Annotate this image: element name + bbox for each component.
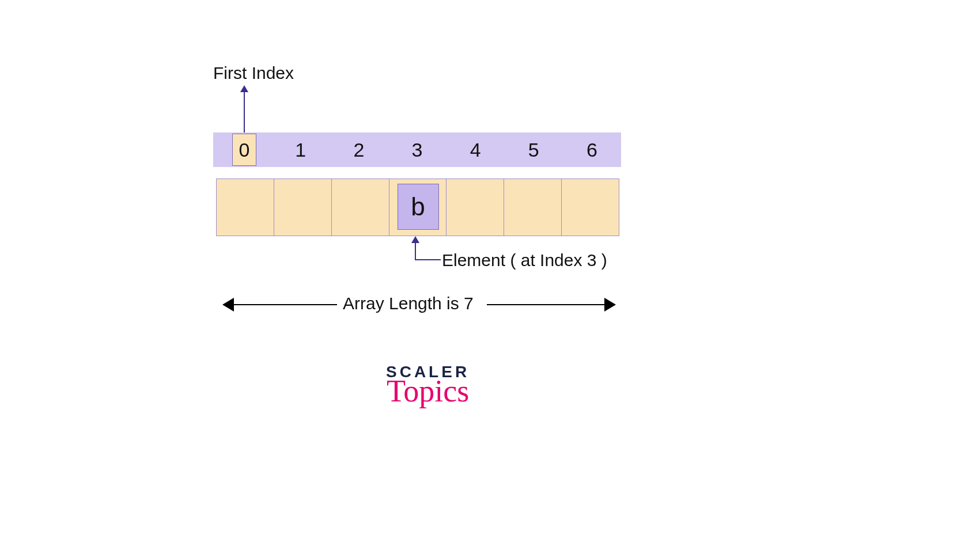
length-arrow-right xyxy=(487,304,614,305)
element-label: Element ( at Index 3 ) xyxy=(442,251,607,270)
element-arrow-vertical xyxy=(415,237,416,260)
index-cell-4: 4 xyxy=(447,139,505,161)
index-cell-6: 6 xyxy=(563,139,621,161)
index-0-highlight: 0 xyxy=(232,134,256,166)
index-cell-5: 5 xyxy=(505,139,563,161)
index-row: 0 1 2 3 4 5 6 xyxy=(213,132,621,167)
array-cell-1 xyxy=(274,179,332,236)
index-cell-3: 3 xyxy=(388,139,446,161)
length-arrow-left xyxy=(225,304,337,305)
array-cell-5 xyxy=(504,179,562,236)
array-cell-2 xyxy=(332,179,389,236)
index-cell-2: 2 xyxy=(330,139,388,161)
array-cell-4 xyxy=(447,179,504,236)
element-box: b xyxy=(398,184,439,230)
first-index-arrow xyxy=(244,86,245,134)
first-index-label: First Index xyxy=(213,63,294,83)
index-cell-1: 1 xyxy=(271,139,330,161)
element-arrow-horizontal xyxy=(415,259,441,260)
scaler-topics-logo: SCALER Topics xyxy=(386,363,470,409)
length-label: Array Length is 7 xyxy=(343,294,474,313)
array-diagram: First Index 0 1 2 3 4 5 6 b Element ( at… xyxy=(213,58,766,490)
logo-line-2: Topics xyxy=(386,373,470,409)
array-row: b xyxy=(216,179,619,236)
array-cell-0 xyxy=(217,179,274,236)
array-cell-3: b xyxy=(389,179,447,236)
array-cell-6 xyxy=(562,179,619,236)
